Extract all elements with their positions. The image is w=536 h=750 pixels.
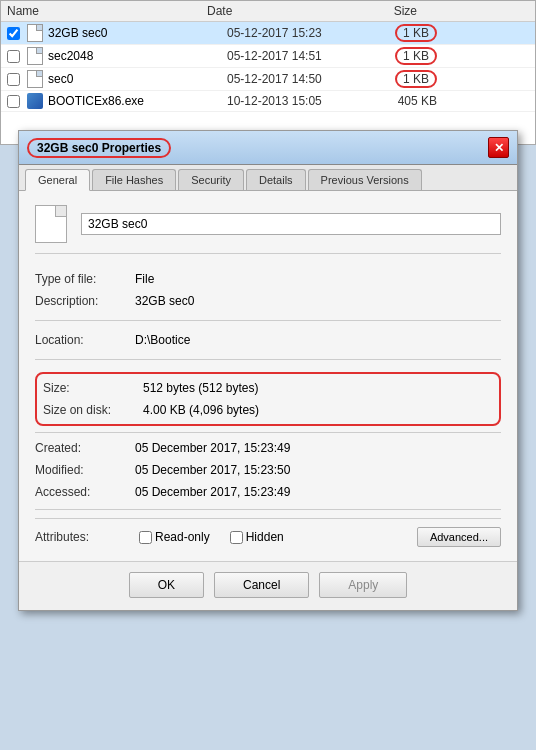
file-explorer: Name Date Size 32GB sec0 05-12-2017 15:2…: [0, 0, 536, 145]
apply-button[interactable]: Apply: [319, 572, 407, 598]
row-date: 05-12-2017 14:50: [227, 72, 357, 86]
big-file-icon: [35, 205, 67, 243]
col-header-name: Name: [7, 4, 207, 18]
hidden-label: Hidden: [246, 530, 284, 544]
field-value: 32GB sec0: [135, 290, 501, 312]
readonly-checkbox-label[interactable]: Read-only: [139, 530, 210, 544]
field-value: File: [135, 268, 501, 290]
col-header-size: Size: [337, 4, 417, 18]
field-label: Modified:: [35, 459, 135, 481]
dialog-footer: OK Cancel Apply: [19, 561, 517, 610]
table-row[interactable]: 32GB sec0 05-12-2017 15:23 1 KB: [1, 22, 535, 45]
row-size: 1 KB: [357, 70, 437, 88]
field-value: 05 December 2017, 15:23:50: [135, 459, 501, 481]
size-badge: 1 KB: [395, 70, 437, 88]
cancel-button[interactable]: Cancel: [214, 572, 309, 598]
field-label: Location:: [35, 329, 135, 351]
col-header-date: Date: [207, 4, 337, 18]
list-item: Modified: 05 December 2017, 15:23:50: [35, 459, 501, 481]
row-date: 05-12-2017 15:23: [227, 26, 357, 40]
field-value: 512 bytes (512 bytes): [143, 377, 493, 399]
list-item: Type of file: File: [35, 268, 501, 290]
exe-icon: [27, 93, 43, 109]
field-value: D:\Bootice: [135, 329, 501, 351]
row-size: 405 KB: [357, 94, 437, 108]
size-badge: 1 KB: [395, 47, 437, 65]
readonly-checkbox[interactable]: [139, 531, 152, 544]
tab-general[interactable]: General: [25, 169, 90, 191]
row-size: 1 KB: [357, 24, 437, 42]
tabs-bar: General File Hashes Security Details Pre…: [19, 165, 517, 191]
field-value: 4.00 KB (4,096 bytes): [143, 399, 493, 421]
field-label: Size on disk:: [43, 399, 143, 421]
list-item: Created: 05 December 2017, 15:23:49: [35, 437, 501, 459]
close-button[interactable]: ✕: [488, 137, 509, 158]
size-badge: 1 KB: [395, 24, 437, 42]
size-highlight-box: Size: 512 bytes (512 bytes) Size on disk…: [35, 372, 501, 426]
file-icon: [27, 24, 43, 42]
field-label: Created:: [35, 437, 135, 459]
file-header: [35, 205, 501, 254]
row-filename: 32GB sec0: [48, 26, 107, 40]
list-item: Accessed: 05 December 2017, 15:23:49: [35, 481, 501, 503]
tab-previous-versions[interactable]: Previous Versions: [308, 169, 422, 190]
advanced-button[interactable]: Advanced...: [417, 527, 501, 547]
attributes-label: Attributes:: [35, 530, 131, 544]
tab-security[interactable]: Security: [178, 169, 244, 190]
field-value: 05 December 2017, 15:23:49: [135, 437, 501, 459]
field-label: Type of file:: [35, 268, 135, 290]
dialog-title: 32GB sec0 Properties: [27, 138, 171, 158]
hidden-checkbox-label[interactable]: Hidden: [230, 530, 284, 544]
properties-dialog: 32GB sec0 Properties ✕ General File Hash…: [18, 130, 518, 611]
attributes-row: Attributes: Read-only Hidden Advanced...: [35, 518, 501, 547]
row-size: 1 KB: [357, 47, 437, 65]
list-item: Size on disk: 4.00 KB (4,096 bytes): [43, 399, 493, 421]
table-row[interactable]: sec2048 05-12-2017 14:51 1 KB: [1, 45, 535, 68]
row-checkbox[interactable]: [7, 27, 20, 40]
list-item: Size: 512 bytes (512 bytes): [43, 377, 493, 399]
row-filename: BOOTICEx86.exe: [48, 94, 144, 108]
tab-file-hashes[interactable]: File Hashes: [92, 169, 176, 190]
file-icon: [27, 70, 43, 88]
ok-button[interactable]: OK: [129, 572, 204, 598]
field-label: Size:: [43, 377, 143, 399]
row-filename: sec2048: [48, 49, 93, 63]
field-value: 05 December 2017, 15:23:49: [135, 481, 501, 503]
hidden-checkbox[interactable]: [230, 531, 243, 544]
table-row[interactable]: BOOTICEx86.exe 10-12-2013 15:05 405 KB: [1, 91, 535, 112]
row-date: 10-12-2013 15:05: [227, 94, 357, 108]
filename-input[interactable]: [81, 213, 501, 235]
row-filename: sec0: [48, 72, 73, 86]
tab-details[interactable]: Details: [246, 169, 306, 190]
readonly-label: Read-only: [155, 530, 210, 544]
row-date: 05-12-2017 14:51: [227, 49, 357, 63]
dialog-body: Type of file: File Description: 32GB sec…: [19, 191, 517, 561]
row-checkbox[interactable]: [7, 50, 20, 63]
row-checkbox[interactable]: [7, 95, 20, 108]
file-icon: [27, 47, 43, 65]
properties-table: Type of file: File Description: 32GB sec…: [35, 268, 501, 368]
field-label: Accessed:: [35, 481, 135, 503]
explorer-header: Name Date Size: [1, 1, 535, 22]
list-item: Location: D:\Bootice: [35, 329, 501, 351]
list-item: Description: 32GB sec0: [35, 290, 501, 312]
table-row[interactable]: sec0 05-12-2017 14:50 1 KB: [1, 68, 535, 91]
timestamps-table: Created: 05 December 2017, 15:23:49 Modi…: [35, 437, 501, 503]
dialog-titlebar: 32GB sec0 Properties ✕: [19, 131, 517, 165]
row-checkbox[interactable]: [7, 73, 20, 86]
field-label: Description:: [35, 290, 135, 312]
